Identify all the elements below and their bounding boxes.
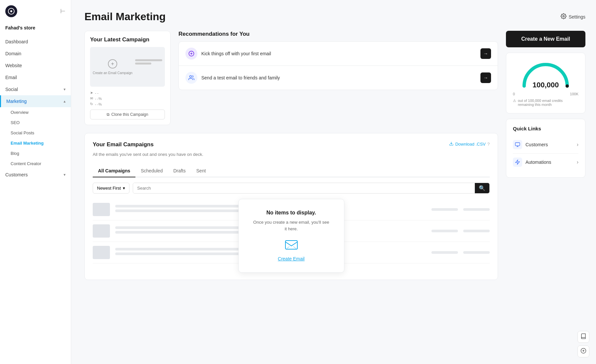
preview-lines: [132, 59, 162, 75]
clone-campaign-button[interactable]: ⧉ Clone this Campaign: [90, 110, 165, 119]
rec-item-first-email[interactable]: Kick things off with your first email →: [179, 42, 498, 66]
campaign-stats: ➤ - - ✉ - -% ↻ - -%: [90, 91, 165, 106]
clone-icon: ⧉: [107, 112, 110, 117]
gauge-min-label: 0: [513, 92, 515, 96]
empty-title: No items to display.: [252, 210, 331, 216]
store-name: Fahad's store: [0, 23, 71, 36]
sidebar-top: ⊢: [0, 5, 71, 23]
stat-value: - -: [95, 91, 98, 95]
settings-button[interactable]: Settings: [561, 13, 585, 20]
tab-sent[interactable]: Sent: [191, 165, 211, 177]
sparkle-icon: [580, 348, 586, 355]
rec-arrow-icon: →: [480, 48, 491, 59]
content-main: Your Latest Campaign + Create an Email C…: [84, 31, 498, 280]
create-new-email-button[interactable]: Create a New Email: [506, 31, 585, 47]
send-icon: ➤: [90, 91, 93, 95]
campaigns-section: Your Email Campaigns All the emails you'…: [84, 133, 498, 280]
stat-row: ↻ - -%: [90, 102, 165, 106]
gauge-value: 100,000: [532, 81, 559, 89]
sort-label: Newest First: [97, 186, 121, 191]
tab-all-campaigns[interactable]: All Campaigns: [93, 165, 135, 177]
search-input-wrap: 🔍: [133, 183, 490, 194]
sidebar-item-marketing[interactable]: Marketing ▴: [0, 95, 71, 107]
sidebar-item-social-posts[interactable]: Social Posts: [0, 128, 71, 138]
sidebar-item-email[interactable]: Email: [0, 71, 71, 83]
campaigns-title: Your Email Campaigns: [93, 141, 203, 148]
sidebar-collapse-button[interactable]: ⊢: [60, 8, 66, 15]
quick-link-label: Automations: [525, 159, 551, 165]
sparkle-icon-button[interactable]: [577, 345, 589, 357]
search-button[interactable]: 🔍: [475, 183, 489, 193]
sidebar-item-customers[interactable]: Customers ▾: [0, 169, 71, 181]
svg-rect-10: [515, 143, 520, 146]
quick-link-automations[interactable]: Automations ›: [513, 154, 578, 171]
download-icon: [449, 141, 454, 147]
sidebar-item-domain[interactable]: Domain: [0, 48, 71, 60]
sidebar-item-overview[interactable]: Overview: [0, 107, 71, 117]
chevron-right-icon: ›: [577, 159, 578, 165]
skeleton-line: [115, 252, 240, 255]
recommendations-section: Recommendations for You Kick things off …: [178, 31, 498, 125]
sidebar-item-email-marketing[interactable]: Email Marketing: [0, 138, 71, 148]
automations-icon: [513, 158, 522, 167]
sidebar-item-label: Social: [5, 87, 18, 92]
download-csv-button[interactable]: Download .CSV ?: [449, 141, 490, 147]
sidebar-item-label: Marketing: [6, 99, 26, 104]
quick-link-customers[interactable]: Customers ›: [513, 136, 578, 154]
sidebar-item-content-creator[interactable]: Content Creator: [0, 159, 71, 169]
rec-item-test-email[interactable]: Send a test email to friends and family …: [179, 66, 498, 90]
gauge-wrap: 100,000: [519, 60, 572, 89]
sidebar-nav: Dashboard Domain Website Email Social ▾: [0, 36, 71, 359]
skeleton-line: [115, 209, 240, 212]
chevron-up-icon: ▴: [64, 99, 66, 104]
svg-marker-11: [516, 160, 520, 164]
sidebar-item-label: Domain: [5, 51, 21, 56]
empty-state-overlay: No items to display. Once you create a n…: [238, 199, 344, 273]
sidebar-item-label: Customers: [5, 172, 28, 177]
svg-point-1: [10, 10, 12, 12]
sidebar-item-dashboard[interactable]: Dashboard: [0, 36, 71, 48]
search-icon: 🔍: [479, 185, 485, 191]
rec-text: Send a test email to friends and family: [201, 75, 476, 80]
skeleton-col: [431, 251, 458, 254]
right-sidebar: Create a New Email 100,000 0: [506, 31, 585, 280]
quick-links-card: Quick Links Customers ›: [506, 119, 585, 178]
skeleton-col: [431, 230, 458, 232]
customers-icon: [513, 140, 522, 149]
sidebar-item-website[interactable]: Website: [0, 60, 71, 71]
campaigns-desc: All the emails you've sent out and ones …: [93, 152, 203, 157]
rec-text: Kick things off with your first email: [201, 51, 476, 56]
chevron-down-icon: ▾: [64, 87, 66, 92]
sort-select[interactable]: Newest First ▾: [93, 183, 129, 194]
skeleton-thumb: [93, 246, 110, 259]
book-icon-button[interactable]: [577, 331, 589, 343]
refresh-icon: ↻: [90, 102, 93, 106]
sidebar-item-social[interactable]: Social ▾: [0, 83, 71, 95]
latest-campaign-card: Your Latest Campaign + Create an Email C…: [84, 31, 171, 125]
create-email-link[interactable]: Create Email: [278, 256, 305, 261]
stat-row: ➤ - -: [90, 91, 165, 95]
skeleton-col: [463, 208, 490, 211]
plus-icon: +: [108, 59, 117, 68]
page-title: Email Marketing: [84, 11, 166, 23]
sidebar-item-blog[interactable]: Blog: [0, 148, 71, 159]
skeleton-col: [463, 230, 490, 232]
search-input[interactable]: [133, 183, 475, 193]
svg-point-2: [563, 16, 565, 17]
sidebar-item-seo[interactable]: SEO: [0, 117, 71, 128]
campaign-table: No items to display. Once you create a n…: [93, 199, 490, 272]
rec-arrow-icon: →: [480, 72, 491, 83]
email-icon: ✉: [90, 96, 93, 101]
skeleton-col: [431, 208, 458, 211]
campaign-create-icon-area: + Create an Email Campaign: [93, 59, 132, 75]
campaign-create-label: Create an Email Campaign: [93, 71, 132, 75]
preview-line-short: [135, 63, 151, 65]
skeleton-col: [463, 251, 490, 254]
preview-line: [135, 59, 162, 61]
tab-scheduled[interactable]: Scheduled: [135, 165, 168, 177]
latest-campaign-title: Your Latest Campaign: [90, 36, 165, 43]
tab-drafts[interactable]: Drafts: [168, 165, 191, 177]
campaign-preview: + Create an Email Campaign: [90, 47, 165, 87]
sidebar-item-label: Dashboard: [5, 39, 28, 44]
campaigns-header: Your Email Campaigns All the emails you'…: [93, 141, 490, 163]
